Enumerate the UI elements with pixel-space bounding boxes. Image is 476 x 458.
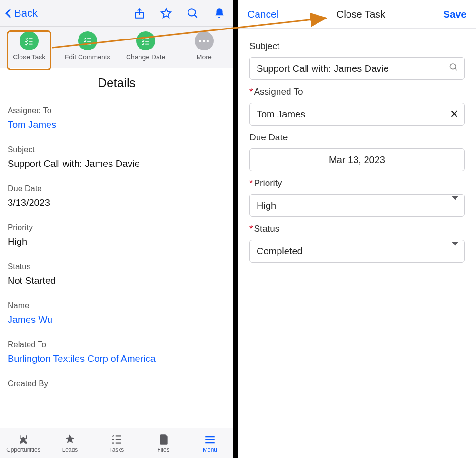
search-icon[interactable] — [449, 63, 458, 75]
detail-label: Assigned To — [8, 106, 226, 116]
right-header: Cancel Close Task Save — [238, 0, 476, 29]
detail-value: Support Call with: James Davie — [8, 158, 226, 169]
detail-row-related-to: Related To Burlington Textiles Corp of A… — [0, 333, 233, 372]
detail-row-status: Status Not Started — [0, 255, 233, 294]
details-list[interactable]: Assigned To Tom James Subject Support Ca… — [0, 99, 233, 428]
subject-value: Support Call with: James Davie — [257, 63, 389, 74]
action-label: More — [197, 53, 212, 61]
subject-input[interactable]: Support Call with: James Davie — [249, 57, 465, 80]
checklist-icon — [136, 31, 155, 50]
tab-leads[interactable]: Leads — [49, 433, 91, 453]
detail-row-due-date: Due Date 3/13/2023 — [0, 177, 233, 216]
chevron-down-icon — [452, 200, 458, 211]
svg-rect-3 — [112, 439, 114, 439]
detail-row-priority: Priority High — [0, 216, 233, 255]
tab-label: Opportunities — [6, 447, 40, 453]
checklist-icon — [78, 31, 97, 50]
due-date-label: Due Date — [249, 132, 465, 143]
bottom-tab-bar: Opportunities Leads Tasks Files Menu — [0, 428, 233, 458]
tab-opportunities[interactable]: Opportunities — [2, 433, 45, 453]
detail-label: Created By — [8, 379, 226, 389]
svg-rect-2 — [116, 435, 121, 436]
status-label: Status — [249, 224, 465, 234]
page-title: Close Task — [337, 9, 385, 20]
bell-icon[interactable] — [212, 6, 227, 20]
tab-label: Tasks — [109, 447, 124, 453]
left-header: Back — [0, 0, 233, 27]
star-icon[interactable] — [159, 6, 173, 20]
tab-files[interactable]: Files — [142, 433, 185, 453]
status-value: Completed — [257, 246, 303, 257]
search-icon[interactable] — [186, 6, 200, 20]
close-task-screen: Cancel Close Task Save Subject Support C… — [238, 0, 476, 458]
priority-select[interactable]: High — [249, 194, 465, 217]
detail-row-name: Name James Wu — [0, 294, 233, 333]
detail-label: Subject — [8, 145, 226, 155]
chevron-down-icon — [452, 246, 458, 257]
more-icon — [195, 31, 214, 50]
details-screen: Back Close Task — [0, 0, 233, 458]
checklist-icon — [20, 31, 39, 50]
svg-rect-6 — [116, 442, 121, 443]
svg-point-7 — [450, 64, 456, 69]
action-edit-comments[interactable]: Edit Comments — [61, 31, 114, 61]
detail-value: 3/13/2023 — [8, 197, 226, 208]
assigned-to-label: Assigned To — [249, 87, 465, 97]
svg-rect-4 — [116, 439, 121, 439]
detail-value[interactable]: Burlington Textiles Corp of America — [8, 353, 226, 364]
assigned-to-input[interactable]: Tom James ✕ — [249, 103, 465, 126]
back-label: Back — [14, 7, 38, 19]
detail-value: High — [8, 236, 226, 247]
clear-icon[interactable]: ✕ — [450, 108, 458, 120]
tab-label: Leads — [62, 447, 78, 453]
action-label: Close Task — [13, 53, 45, 61]
tab-label: Menu — [203, 447, 217, 453]
tab-label: Files — [157, 447, 169, 453]
detail-row-subject: Subject Support Call with: James Davie — [0, 138, 233, 177]
priority-label: Priority — [249, 178, 465, 188]
action-label: Change Date — [126, 53, 166, 61]
status-select[interactable]: Completed — [249, 240, 465, 263]
detail-label: Status — [8, 262, 226, 272]
detail-row-assigned-to: Assigned To Tom James — [0, 99, 233, 138]
back-button[interactable]: Back — [7, 7, 38, 19]
share-icon[interactable] — [132, 6, 147, 20]
assigned-to-value: Tom James — [257, 109, 305, 120]
detail-row-created-by: Created By — [0, 372, 233, 400]
detail-label: Related To — [8, 340, 226, 350]
due-date-value: Mar 13, 2023 — [329, 155, 385, 166]
detail-value[interactable]: Tom James — [8, 119, 226, 130]
tab-tasks[interactable]: Tasks — [95, 433, 138, 453]
action-label: Edit Comments — [65, 53, 110, 61]
due-date-input[interactable]: Mar 13, 2023 — [249, 148, 465, 171]
detail-label: Name — [8, 301, 226, 311]
action-change-date[interactable]: Change Date — [119, 31, 172, 61]
subject-label: Subject — [249, 41, 465, 51]
screen-divider — [233, 0, 238, 458]
priority-value: High — [257, 200, 276, 211]
svg-rect-5 — [112, 442, 114, 443]
tab-menu[interactable]: Menu — [188, 433, 231, 453]
detail-label: Priority — [8, 223, 226, 233]
quick-actions-row: Close Task Edit Comments Change Date Mor… — [0, 27, 233, 68]
save-button[interactable]: Save — [443, 9, 466, 20]
detail-label: Due Date — [8, 184, 226, 194]
chevron-left-icon — [5, 9, 15, 18]
svg-point-1 — [188, 9, 195, 16]
action-close-task[interactable]: Close Task — [3, 31, 55, 61]
action-more[interactable]: More — [178, 31, 230, 61]
details-title: Details — [0, 68, 233, 99]
close-task-form: Subject Support Call with: James Davie A… — [238, 29, 476, 271]
detail-value: Not Started — [8, 275, 226, 286]
cancel-button[interactable]: Cancel — [248, 9, 278, 20]
detail-value[interactable]: James Wu — [8, 314, 226, 325]
